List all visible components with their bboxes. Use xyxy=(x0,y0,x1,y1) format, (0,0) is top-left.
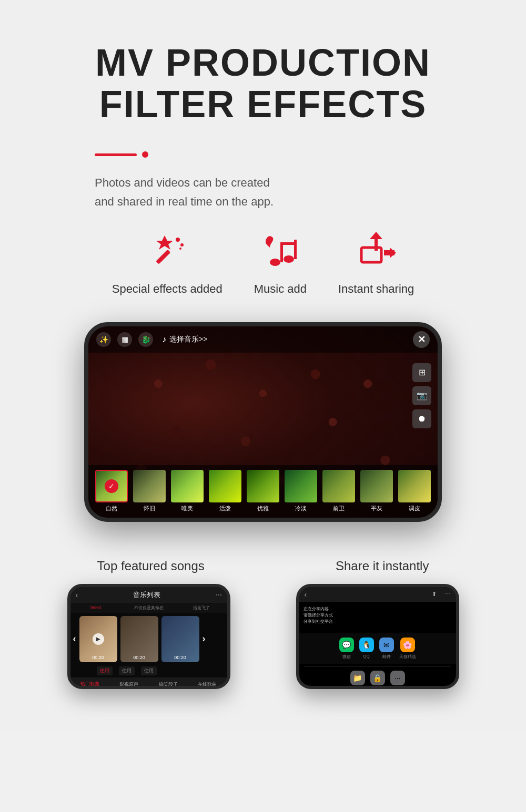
music-tabs: 热门歌曲 影视原声 搞笑段子 在线歌曲 xyxy=(70,677,227,686)
filter-thumb-elegant xyxy=(171,470,204,502)
files-icon: 📁 xyxy=(350,671,365,685)
music-card-3[interactable]: 00:20 xyxy=(161,616,199,662)
share-icon xyxy=(355,232,397,274)
topbar-effects-icon[interactable]: ✨ xyxy=(96,332,111,347)
music-phone-frame: ‹ 音乐列表 ⋯ faded 不仅仅是真命在 活走飞了 ‹ ▶ xyxy=(67,584,230,689)
tab-online[interactable]: 在线歌曲 xyxy=(188,681,227,686)
feature-instant-sharing: Instant sharing xyxy=(338,232,414,296)
more-icon: ··· xyxy=(390,671,405,685)
svg-point-2 xyxy=(176,238,180,242)
svg-marker-13 xyxy=(390,248,396,258)
features-section: Special effects added Music add xyxy=(32,232,494,296)
music-play-1[interactable]: ▶ xyxy=(93,633,104,645)
two-phones-section: Top featured songs Share it instantly ‹ … xyxy=(32,548,494,700)
filter-item-grace[interactable]: 优雅 xyxy=(245,470,281,512)
share-content-area: 正在分享内容... 请选择分享方式 分享到社交平台 xyxy=(299,602,456,633)
filter-item-avant[interactable]: 前卫 xyxy=(321,470,357,512)
share-lock[interactable]: 🔒 xyxy=(370,671,385,686)
filter-item-elegant[interactable]: 唯美 xyxy=(169,470,205,512)
filter-landscape-elegant xyxy=(171,470,204,502)
filter-landscape-flat xyxy=(360,470,393,502)
tab-funny[interactable]: 搞笑段子 xyxy=(149,681,188,686)
svg-point-4 xyxy=(179,248,181,250)
two-phones-frames: ‹ 音乐列表 ⋯ faded 不仅仅是真命在 活走飞了 ‹ ▶ xyxy=(32,584,494,689)
main-phone-container: ✨ ▦ 🐉 ♪ 选择音乐>> ✕ ⊞ 📷 ⏺ xyxy=(32,322,494,522)
share-mail[interactable]: ✉ 邮件 xyxy=(379,638,394,660)
topbar-music-bar[interactable]: ♪ 选择音乐>> xyxy=(162,335,207,344)
filter-label-playful: 调皮 xyxy=(409,505,420,512)
qq-label: QQ xyxy=(363,654,369,659)
wechat-label: 微信 xyxy=(342,654,351,660)
filter-label-vintage: 怀旧 xyxy=(144,505,155,512)
song-label-2: 不仅仅是真命在 xyxy=(118,605,179,611)
share-more[interactable]: ··· xyxy=(390,671,405,686)
right-btn-record[interactable]: ⏺ xyxy=(412,409,431,428)
music-song-names-row: faded 不仅仅是真命在 活走飞了 xyxy=(70,603,227,613)
music-card-1[interactable]: ▶ 00:20 xyxy=(79,616,117,662)
instant-sharing-label: Instant sharing xyxy=(338,282,414,296)
music-back-icon[interactable]: ‹ xyxy=(76,591,78,599)
share-qq[interactable]: 🐧 QQ xyxy=(359,638,374,660)
divider-dot xyxy=(142,151,148,158)
svg-point-5 xyxy=(270,259,280,266)
phone-right-buttons: ⊞ 📷 ⏺ xyxy=(412,363,431,428)
music-duration-3: 00:20 xyxy=(161,655,199,660)
music-carousel: ‹ ▶ 00:20 00:20 00:20 › xyxy=(70,613,227,665)
svg-rect-10 xyxy=(361,248,381,262)
right-btn-grid[interactable]: ⊞ xyxy=(412,363,431,382)
music-card-2[interactable]: 00:20 xyxy=(120,616,158,662)
filter-label-grace: 优雅 xyxy=(257,505,269,512)
tab-hot-songs[interactable]: 热门歌曲 xyxy=(70,681,110,686)
topbar-close-button[interactable]: ✕ xyxy=(413,331,430,348)
filter-item-flat[interactable]: 平灰 xyxy=(359,470,394,512)
photos-label: 天猫精选 xyxy=(399,654,416,660)
svg-point-7 xyxy=(284,255,294,263)
share-wechat[interactable]: 💬 微信 xyxy=(339,638,354,660)
filter-item-lively[interactable]: 活泼 xyxy=(207,470,243,512)
svg-rect-6 xyxy=(280,242,283,262)
use-btn-2[interactable]: 使用 xyxy=(119,666,135,675)
share-dots-icon[interactable]: ⋯ xyxy=(445,591,451,598)
music-topbar-right: ⋯ xyxy=(216,591,222,599)
filter-item-playful[interactable]: 调皮 xyxy=(397,470,432,512)
svg-marker-12 xyxy=(370,232,382,239)
qq-icon: 🐧 xyxy=(359,638,374,652)
subtitle-text: Photos and videos can be createdand shar… xyxy=(95,173,494,210)
filter-thumb-avant xyxy=(322,470,355,502)
filter-label-cool: 冷淡 xyxy=(295,505,307,512)
share-instantly-label: Share it instantly xyxy=(336,559,429,573)
use-btn-1[interactable]: 使用 xyxy=(97,666,113,675)
music-duration-1: 00:20 xyxy=(79,655,117,660)
filter-item-natural[interactable]: ✓ 自然 xyxy=(94,470,129,512)
topbar-social-icon[interactable]: 🐉 xyxy=(138,332,153,347)
svg-marker-1 xyxy=(156,235,173,250)
filter-item-vintage[interactable]: 怀旧 xyxy=(132,470,167,512)
filter-label-avant: 前卫 xyxy=(333,505,345,512)
tab-movie-songs[interactable]: 影视原声 xyxy=(109,681,149,686)
share-icons-row-2: 📁 🔒 ··· xyxy=(299,669,456,686)
svg-point-3 xyxy=(180,243,184,246)
next-arrow[interactable]: › xyxy=(203,633,206,644)
filter-landscape-playful xyxy=(398,470,431,502)
filter-item-cool[interactable]: 冷淡 xyxy=(283,470,319,512)
feature-special-effects: Special effects added xyxy=(112,232,222,296)
photos-icon: 🌸 xyxy=(400,638,415,652)
share-files[interactable]: 📁 xyxy=(350,671,365,686)
topbar-gallery-icon[interactable]: ▦ xyxy=(117,332,132,347)
filter-thumb-natural: ✓ xyxy=(95,470,128,502)
use-btn-3[interactable]: 使用 xyxy=(141,666,157,675)
phone-topbar: ✨ ▦ 🐉 ♪ 选择音乐>> ✕ xyxy=(88,326,438,353)
special-effects-label: Special effects added xyxy=(112,282,222,296)
share-upload-icon[interactable]: ⬆ xyxy=(432,591,437,598)
filter-landscape-cool xyxy=(285,470,317,502)
prev-arrow[interactable]: ‹ xyxy=(73,633,76,644)
share-photos[interactable]: 🌸 天猫精选 xyxy=(399,638,416,660)
share-text-lines: 正在分享内容... 请选择分享方式 分享到社交平台 xyxy=(304,606,452,625)
filter-landscape-lively xyxy=(209,470,241,502)
feature-music-add: Music add xyxy=(254,232,307,296)
song-label-3: 活走飞了 xyxy=(181,605,221,611)
right-btn-camera[interactable]: 📷 xyxy=(412,386,431,405)
mail-icon: ✉ xyxy=(379,638,394,652)
share-back-icon[interactable]: ‹ xyxy=(305,590,307,599)
page-container: MV PRODUCTION FILTER EFFECTS Photos and … xyxy=(0,0,526,731)
